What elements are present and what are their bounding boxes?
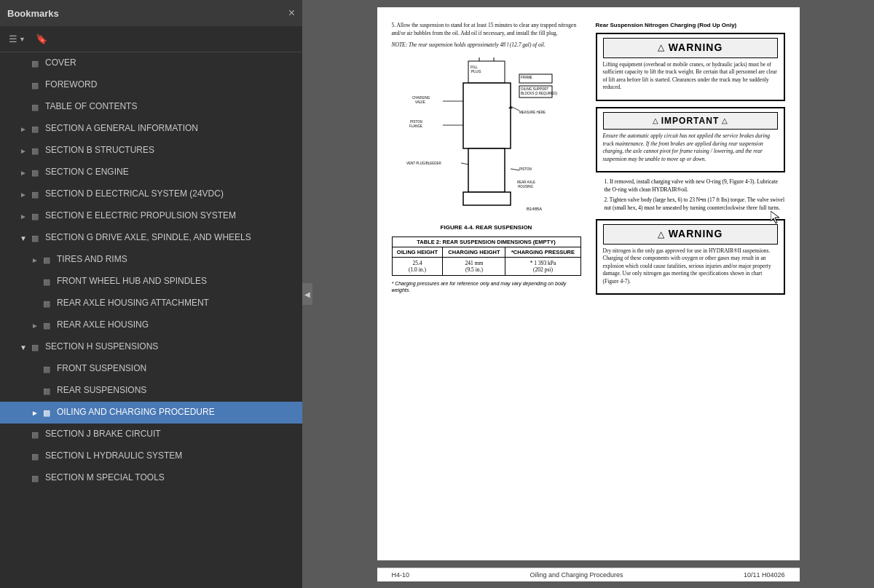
- suspension-dimensions-table: TABLE 2: REAR SUSPENSION DIMENSIONS (EMP…: [392, 237, 581, 276]
- bookmark-icon-foreword: ▩: [29, 81, 41, 90]
- warning-header-1: △ WARNING: [603, 38, 778, 58]
- expand-arrow-section-h[interactable]: ▼: [17, 343, 29, 351]
- sidebar-item-section-h[interactable]: ▼ ▩ SECTION H SUSPENSIONS: [0, 336, 302, 358]
- sidebar-item-section-a[interactable]: ► ▩ SECTION A GENERAL INFORMATION: [0, 118, 302, 140]
- bookmark-icon-tires: ▩: [41, 255, 52, 265]
- step2-text: 2. Tighten valve body (large hex, 6) to …: [605, 196, 785, 212]
- bookmark-icon: 🔖: [36, 33, 47, 44]
- arrow-placeholder-fw: [29, 278, 41, 286]
- expand-arrow-section-e[interactable]: ►: [17, 212, 29, 220]
- svg-line-23: [461, 163, 468, 164]
- svg-rect-11: [463, 83, 511, 148]
- expand-arrow-section-b[interactable]: ►: [17, 147, 29, 155]
- suspension-diagram: FILL PLUG FRAME OILING SUPPORT: [399, 54, 574, 221]
- cell-charging-height: 241 mm(9.5 in.): [443, 257, 505, 275]
- expand-all-button[interactable]: ☰ ▼: [6, 32, 28, 46]
- bookmark-icon-section-h: ▩: [29, 343, 41, 352]
- sidebar-label-section-c: SECTION C ENGINE: [45, 167, 129, 178]
- bookmark-icon-section-l: ▩: [29, 452, 41, 461]
- arrow-placeholder-raa: [29, 300, 41, 308]
- svg-rect-28: [463, 192, 511, 205]
- bookmark-tool-button[interactable]: 🔖: [33, 32, 50, 46]
- sidebar-label-section-d: SECTION D ELECTRICAL SYSTEM (24VDC): [45, 188, 224, 200]
- col-header-pressure: *CHARGING PRESSURE: [505, 247, 580, 257]
- sidebar-item-toc[interactable]: ▩ TABLE OF CONTENTS: [0, 96, 302, 118]
- sidebar-label-section-b: SECTION B STRUCTURES: [45, 145, 154, 156]
- svg-text:VALVE: VALVE: [415, 100, 425, 104]
- svg-line-25: [511, 169, 519, 170]
- svg-text:VENT PLUG/BLEEDER: VENT PLUG/BLEEDER: [406, 162, 441, 165]
- sidebar-item-section-j[interactable]: ▩ SECTION J BRAKE CIRCUIT: [0, 424, 302, 445]
- sidebar-item-section-e[interactable]: ► ▩ SECTION E ELECTRIC PROPULSION SYSTEM: [0, 205, 302, 227]
- sidebar-label-section-m: SECTION M SPECIAL TOOLS: [45, 472, 165, 484]
- cell-oiling-height: 25.4(1.0 in.): [392, 257, 443, 275]
- sidebar-item-section-b[interactable]: ► ▩ SECTION B STRUCTURES: [0, 140, 302, 162]
- sidebar-toolbar: ☰ ▼ 🔖: [0, 26, 302, 52]
- table-title: TABLE 2: REAR SUSPENSION DIMENSIONS (EMP…: [392, 237, 580, 247]
- figure-rear-suspension: FILL PLUG FRAME OILING SUPPORT: [392, 54, 581, 231]
- sidebar-item-oiling-charging[interactable]: ► ▩ OILING AND CHARGING PROCEDURE: [0, 402, 302, 424]
- bookmark-icon-toc: ▩: [29, 103, 41, 112]
- sidebar-item-tires-rims[interactable]: ► ▩ TIRES AND RIMS: [0, 249, 302, 271]
- expand-arrow-section-a[interactable]: ►: [17, 125, 29, 133]
- sidebar: Bookmarks × ☰ ▼ 🔖 ▩ COVER ▩ FOREWORD ▩ T…: [0, 0, 302, 588]
- document-two-column: 5. Allow the suspension to stand for at …: [392, 22, 785, 301]
- bookmark-icon-section-j: ▩: [29, 430, 41, 440]
- expand-arrow-rah[interactable]: ►: [29, 322, 41, 330]
- sidebar-header: Bookmarks ×: [0, 0, 302, 26]
- sidebar-item-section-c[interactable]: ► ▩ SECTION C ENGINE: [0, 162, 302, 183]
- important-box: △ IMPORTANT △ Ensure the automatic apply…: [596, 107, 785, 173]
- sidebar-label-section-a: SECTION A GENERAL INFORMATION: [45, 123, 198, 135]
- warning-title-2: WARNING: [669, 227, 723, 242]
- sidebar-item-rear-axle-housing[interactable]: ► ▩ REAR AXLE HOUSING: [0, 314, 302, 336]
- sidebar-label-oiling: OILING AND CHARGING PROCEDURE: [57, 407, 215, 418]
- sidebar-label-cover: COVER: [45, 57, 76, 69]
- footer-doc-id: 10/11 H04026: [744, 571, 785, 579]
- bookmark-icon-section-m: ▩: [29, 474, 41, 483]
- arrow-placeholder-sl: [17, 453, 29, 461]
- sidebar-item-cover[interactable]: ▩ COVER: [0, 52, 302, 74]
- col-header-charging: CHARGING HEIGHT: [443, 247, 505, 257]
- sidebar-item-section-d[interactable]: ► ▩ SECTION D ELECTRICAL SYSTEM (24VDC): [0, 183, 302, 205]
- sidebar-item-section-l[interactable]: ▩ SECTION L HYDRAULIC SYSTEM: [0, 445, 302, 467]
- table-footnote: * Charging pressures are for reference o…: [392, 280, 581, 293]
- bookmark-icon-section-e: ▩: [29, 212, 41, 221]
- bookmark-icon-section-d: ▩: [29, 190, 41, 199]
- sidebar-item-rear-suspensions[interactable]: ▩ REAR SUSPENSIONS: [0, 380, 302, 402]
- close-button[interactable]: ×: [288, 7, 295, 19]
- sidebar-item-section-m[interactable]: ▩ SECTION M SPECIAL TOOLS: [0, 467, 302, 489]
- bookmark-icon-front-suspension: ▩: [41, 365, 52, 374]
- footer-page-number: H4-10: [392, 571, 410, 579]
- page-scroll[interactable]: 5. Allow the suspension to stand for at …: [302, 0, 874, 588]
- expand-arrow-oiling[interactable]: ►: [29, 409, 41, 417]
- sidebar-item-section-g[interactable]: ▼ ▩ SECTION G DRIVE AXLE, SPINDLE, AND W…: [0, 227, 302, 249]
- table-row-dimensions: 25.4(1.0 in.) 241 mm(9.5 in.) * 1 393 kP…: [392, 257, 580, 275]
- arrow-placeholder: [17, 103, 29, 111]
- arrow-placeholder-sm: [17, 474, 29, 482]
- sidebar-item-front-wheel[interactable]: ▩ FRONT WHEEL HUB AND SPINDLES: [0, 271, 302, 293]
- important-text: Ensure the automatic apply circuit has n…: [603, 132, 778, 163]
- svg-text:MEASURE HERE: MEASURE HERE: [519, 111, 546, 114]
- svg-text:BLOCKS (2 REQUIRED): BLOCKS (2 REQUIRED): [521, 92, 558, 95]
- arrow-placeholder: [17, 82, 29, 90]
- expand-arrow-section-c[interactable]: ►: [17, 169, 29, 177]
- sidebar-label-rear-suspensions: REAR SUSPENSIONS: [57, 385, 146, 397]
- warning-box-1: △ WARNING Lifting equipment (overhead or…: [596, 33, 785, 101]
- svg-text:PLUG: PLUG: [471, 69, 481, 74]
- sidebar-item-foreword[interactable]: ▩ FOREWORD: [0, 74, 302, 96]
- bookmark-icon-rear-suspensions: ▩: [41, 386, 52, 396]
- expand-arrow-tires[interactable]: ►: [29, 256, 41, 264]
- svg-text:PISTON: PISTON: [410, 120, 422, 124]
- collapse-sidebar-button[interactable]: ◀: [302, 283, 312, 305]
- sidebar-label-rear-axle-attach: REAR AXLE HOUSING ATTACHMENT: [57, 298, 209, 309]
- warning-triangle-icon-1: △: [658, 41, 664, 54]
- sidebar-item-front-suspension[interactable]: ▩ FRONT SUSPENSION: [0, 358, 302, 380]
- sidebar-label-section-e: SECTION E ELECTRIC PROPULSION SYSTEM: [45, 210, 236, 222]
- right-column: Rear Suspension Nitrogen Charging (Rod U…: [596, 22, 785, 301]
- right-column-heading: Rear Suspension Nitrogen Charging (Rod U…: [596, 22, 785, 28]
- expand-arrow-section-g[interactable]: ▼: [17, 234, 29, 242]
- sidebar-label-toc: TABLE OF CONTENTS: [45, 101, 137, 113]
- bookmark-icon-section-b: ▩: [29, 146, 41, 156]
- expand-arrow-section-d[interactable]: ►: [17, 191, 29, 199]
- sidebar-item-rear-axle-attach[interactable]: ▩ REAR AXLE HOUSING ATTACHMENT: [0, 293, 302, 314]
